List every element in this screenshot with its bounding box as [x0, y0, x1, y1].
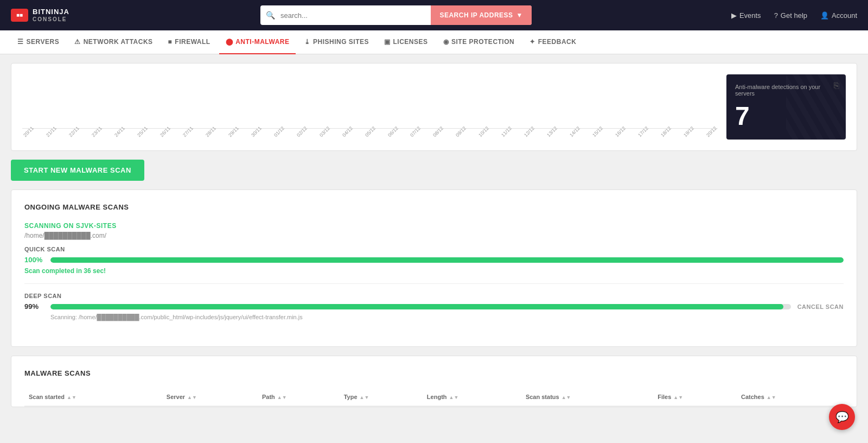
firewall-label: FIREWALL: [175, 38, 210, 46]
logo-text-block: BITNINJA CONSOLE: [33, 8, 69, 22]
chart-date-label: 02/12: [296, 125, 308, 138]
quick-scan-label: QUICK SCAN: [24, 246, 844, 252]
chart-date-label: 20/11: [22, 125, 35, 138]
divider: [24, 283, 844, 284]
quick-scan-fill: [50, 257, 844, 263]
feedback-label: FEEDBACK: [538, 38, 577, 46]
chart-container: 20/1121/1122/1123/1124/1125/1126/1127/11…: [11, 63, 857, 151]
chart-date-label: 05/12: [364, 125, 376, 138]
network-attacks-icon: ⚠: [74, 38, 81, 46]
table-col-server[interactable]: Server▲▼: [162, 388, 258, 406]
chart-date-label: 22/11: [68, 125, 80, 138]
logo-area: ■■ BITNINJA CONSOLE: [11, 8, 76, 22]
sidebar-item-feedback[interactable]: ✦ FEEDBACK: [523, 30, 583, 54]
chart-date-label: 28/11: [205, 125, 217, 138]
table-col-path[interactable]: Path▲▼: [258, 388, 340, 406]
cancel-scan-button[interactable]: CANCEL SCAN: [797, 303, 844, 310]
quick-scan-percent: 100%: [24, 256, 44, 264]
search-ip-button[interactable]: SEARCH IP ADDRESS ▼: [431, 5, 532, 25]
malware-scans-title: MALWARE SCANS: [24, 369, 844, 377]
sidebar-item-network-attacks[interactable]: ⚠ NETWORK ATTACKS: [68, 30, 159, 54]
deep-scan-progress-row: 99% CANCEL SCAN: [24, 302, 844, 311]
help-icon: ?: [774, 11, 778, 20]
sort-icon: ▲▼: [673, 395, 683, 400]
start-scan-button[interactable]: START NEW MALWARE SCAN: [11, 160, 144, 181]
deep-scan-label: DEEP SCAN: [24, 293, 844, 299]
help-link[interactable]: ? Get help: [774, 11, 807, 20]
anti-malware-label: ANTI-MALWARE: [235, 38, 289, 46]
chart-date-label: 24/11: [113, 125, 126, 138]
chart-date-label: 16/12: [614, 125, 627, 138]
table-col-scan-started[interactable]: Scan started▲▼: [24, 388, 162, 406]
logo-console: CONSOLE: [33, 16, 69, 22]
table-col-length[interactable]: Length▲▼: [423, 388, 521, 406]
sort-icon: ▲▼: [767, 395, 776, 400]
malware-scans-table: Scan started▲▼Server▲▼Path▲▼Type▲▼Length…: [24, 388, 844, 407]
table-wrap: Scan started▲▼Server▲▼Path▲▼Type▲▼Length…: [24, 388, 844, 407]
search-icon: 🔍: [260, 11, 280, 20]
sort-icon: ▲▼: [360, 395, 369, 400]
chart-date-label: 08/12: [432, 125, 444, 138]
deep-scan-percent: 99%: [24, 302, 44, 311]
site-protection-label: SITE PROTECTION: [451, 38, 514, 46]
chat-icon: 💬: [835, 410, 849, 418]
sidebar-item-phishing-sites[interactable]: ⤓ PHISHING SITES: [298, 30, 375, 54]
table-col-type[interactable]: Type▲▼: [340, 388, 423, 406]
anti-malware-icon: ⬤: [226, 38, 233, 46]
chart-date-label: 03/12: [318, 125, 331, 138]
search-input[interactable]: [280, 11, 431, 20]
search-area: 🔍 SEARCH IP ADDRESS ▼: [76, 5, 716, 25]
chart-date-label: 13/12: [546, 125, 558, 138]
events-label: Events: [739, 11, 761, 20]
table-header-row: Scan started▲▼Server▲▼Path▲▼Type▲▼Length…: [24, 388, 844, 406]
sidebar-item-servers[interactable]: ☰ SERVERS: [11, 30, 66, 54]
deep-scan-fill: [50, 304, 783, 309]
logo-icon: ■■: [11, 9, 28, 22]
malware-scans-card: MALWARE SCANS Scan started▲▼Server▲▼Path…: [11, 356, 857, 407]
search-ip-label: SEARCH IP ADDRESS: [439, 11, 513, 19]
account-icon: 👤: [820, 11, 829, 20]
chart-date-label: 27/11: [182, 125, 194, 138]
chart-date-label: 23/11: [91, 125, 103, 138]
chevron-down-icon: ▼: [516, 11, 523, 19]
sidebar-item-site-protection[interactable]: ◉ SITE PROTECTION: [437, 30, 521, 54]
sort-icon: ▲▼: [561, 395, 571, 400]
phishing-label: PHISHING SITES: [313, 38, 369, 46]
sidebar-item-anti-malware[interactable]: ⬤ ANTI-MALWARE: [219, 30, 296, 54]
chart-date-label: 25/11: [136, 125, 149, 138]
ongoing-scans-card: ONGOING MALWARE SCANS SCANNING ON SJVK-S…: [11, 189, 857, 347]
deep-scan-track: [50, 304, 791, 309]
sidebar-item-licenses[interactable]: ▣ LICENSES: [378, 30, 435, 54]
chart-date-label: 15/12: [591, 125, 604, 138]
servers-label: SERVERS: [27, 38, 60, 46]
site-protection-icon: ◉: [443, 38, 449, 46]
main-content: 20/1121/1122/1123/1124/1125/1126/1127/11…: [0, 63, 868, 418]
chart-date-label: 14/12: [569, 125, 581, 138]
table-col-catches[interactable]: Catches▲▼: [737, 388, 844, 406]
sort-icon: ▲▼: [187, 395, 197, 400]
feedback-icon: ✦: [529, 38, 535, 46]
licenses-icon: ▣: [384, 38, 391, 46]
chart-dates: 20/1121/1122/1123/1124/1125/1126/1127/11…: [22, 74, 718, 140]
help-label: Get help: [781, 11, 807, 20]
events-link[interactable]: ▶ Events: [731, 11, 761, 20]
chart-date-label: 17/12: [637, 125, 649, 138]
logo-bitninja: BITNINJA: [33, 8, 69, 16]
account-link[interactable]: 👤 Account: [820, 11, 857, 20]
network-attacks-label: NETWORK ATTACKS: [84, 38, 153, 46]
table-head: Scan started▲▼Server▲▼Path▲▼Type▲▼Length…: [24, 388, 844, 406]
chart-date-label: 04/12: [341, 125, 354, 138]
table-col-scan-status[interactable]: Scan status▲▼: [521, 388, 653, 406]
search-bar: 🔍 SEARCH IP ADDRESS ▼: [260, 5, 532, 25]
table-col-files[interactable]: Files▲▼: [653, 388, 737, 406]
chart-date-label: 29/11: [227, 125, 240, 138]
sidebar-item-firewall[interactable]: ■ FIREWALL: [162, 30, 217, 54]
chart-date-label: 26/11: [159, 125, 171, 138]
sort-icon: ▲▼: [67, 395, 76, 400]
scan-item: SCANNING ON SJVK-SITES /home/██████████.…: [24, 222, 844, 320]
ongoing-scans-title: ONGOING MALWARE SCANS: [24, 203, 844, 211]
chart-date-label: 20/12: [705, 125, 718, 138]
servers-icon: ☰: [17, 38, 24, 46]
scan-current-file: Scanning: /home/██████████.com/public_ht…: [50, 314, 844, 320]
chart-date-label: 18/12: [660, 125, 672, 138]
